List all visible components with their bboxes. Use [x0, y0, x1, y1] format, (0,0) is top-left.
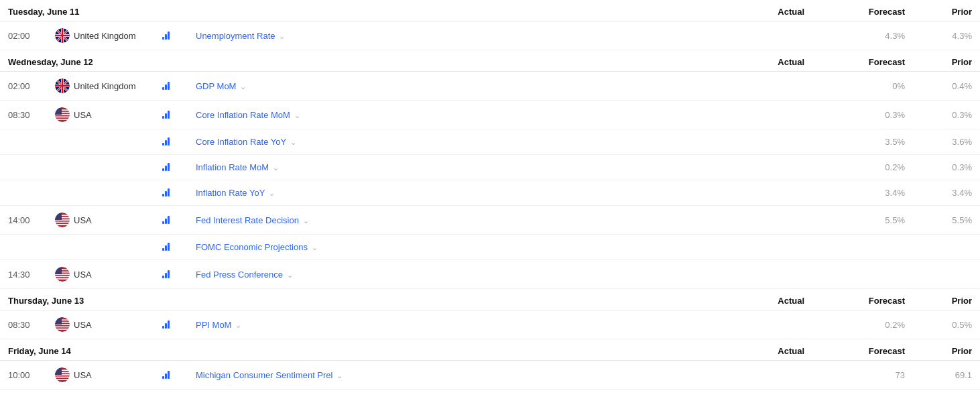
day-header-label: Friday, June 14	[0, 339, 712, 361]
chevron-down-icon: ⌄	[336, 371, 343, 380]
event-name-cell[interactable]: Core Inflation Rate YoY ⌄	[188, 129, 712, 155]
prior-value: 5.5%	[952, 215, 972, 225]
flag-icon	[55, 107, 70, 122]
col-header-prior: Prior	[913, 50, 980, 72]
country-name: USA	[74, 270, 92, 280]
event-actual	[712, 235, 812, 260]
chevron-down-icon: ⌄	[269, 189, 275, 197]
event-actual	[712, 72, 812, 101]
event-prior	[913, 260, 980, 289]
event-name-link[interactable]: Unemployment Rate	[196, 31, 275, 41]
event-time	[0, 180, 47, 206]
flag-container: USA	[55, 267, 146, 282]
flag-icon	[55, 213, 70, 227]
event-name-link[interactable]: FOMC Economic Projections	[196, 242, 308, 252]
col-header-actual: Actual	[712, 289, 812, 310]
event-forecast: 3.4%	[812, 180, 913, 206]
event-name-link[interactable]: Fed Press Conference	[196, 270, 283, 280]
flag-container: USA	[55, 317, 146, 332]
event-name-link[interactable]: Inflation Rate YoY	[196, 188, 265, 198]
chevron-down-icon: ⌄	[290, 138, 296, 146]
forecast-value: 0.2%	[885, 162, 905, 172]
event-name-cell[interactable]: GDP MoM ⌄	[188, 72, 712, 101]
event-row: 14:00 USA Fed Interest Rate Decision ⌄ 5…	[0, 206, 980, 235]
col-header-forecast: Forecast	[812, 0, 913, 21]
svg-rect-30	[55, 222, 70, 223]
country-name: USA	[74, 110, 92, 120]
event-forecast: 0%	[812, 72, 913, 101]
event-name-link[interactable]: Core Inflation Rate MoM	[196, 110, 290, 120]
col-header-forecast: Forecast	[812, 50, 913, 72]
event-country	[47, 235, 154, 260]
event-country	[47, 129, 154, 155]
event-prior: 0.5%	[913, 310, 980, 339]
event-name-cell[interactable]: FOMC Economic Projections ⌄	[188, 235, 712, 260]
importance-icon	[162, 162, 170, 171]
event-name-cell[interactable]: Inflation Rate YoY ⌄	[188, 180, 712, 206]
event-actual	[712, 206, 812, 235]
event-country: United Kingdom	[47, 72, 154, 101]
event-country: United Kingdom	[47, 21, 154, 50]
event-name-cell[interactable]: Michigan Consumer Sentiment Prel ⌄	[188, 361, 712, 390]
flag-icon	[55, 317, 70, 332]
importance-icon	[162, 109, 170, 119]
col-header-prior: Prior	[913, 289, 980, 310]
event-forecast: 0.2%	[812, 155, 913, 180]
event-name-cell[interactable]: Inflation Rate MoM ⌄	[188, 155, 712, 180]
event-row: FOMC Economic Projections ⌄	[0, 235, 980, 260]
event-forecast: 73	[812, 361, 913, 390]
event-country	[47, 180, 154, 206]
event-name-cell[interactable]: Core Inflation Rate MoM ⌄	[188, 101, 712, 129]
economic-calendar-table: Tuesday, June 11 Actual Forecast Prior 0…	[0, 0, 980, 390]
event-time: 14:00	[0, 206, 47, 235]
event-name-link[interactable]: Fed Interest Rate Decision	[196, 215, 299, 225]
importance-icon	[162, 215, 170, 224]
day-header-label: Tuesday, June 11	[0, 0, 712, 21]
prior-value: 0.4%	[952, 81, 972, 91]
event-time	[0, 235, 47, 260]
event-time: 14:30	[0, 260, 47, 289]
event-name-cell[interactable]: Unemployment Rate ⌄	[188, 21, 712, 50]
event-prior	[913, 235, 980, 260]
event-actual	[712, 129, 812, 155]
event-importance	[154, 206, 188, 235]
flag-icon	[55, 78, 70, 93]
event-name-cell[interactable]: Fed Press Conference ⌄	[188, 260, 712, 289]
country-name: United Kingdom	[74, 31, 136, 41]
svg-rect-54	[55, 377, 70, 378]
forecast-value: 0.2%	[885, 320, 905, 330]
col-header-actual: Actual	[712, 50, 812, 72]
event-country: USA	[47, 310, 154, 339]
event-forecast: 5.5%	[812, 206, 913, 235]
event-importance	[154, 310, 188, 339]
event-prior: 3.6%	[913, 129, 980, 155]
event-name-cell[interactable]: Fed Interest Rate Decision ⌄	[188, 206, 712, 235]
flag-container: USA	[55, 367, 146, 382]
country-name: USA	[74, 370, 92, 380]
prior-value: 3.4%	[952, 188, 972, 198]
col-header-prior: Prior	[913, 0, 980, 21]
day-header-row: Friday, June 14 Actual Forecast Prior	[0, 339, 980, 361]
event-actual	[712, 260, 812, 289]
forecast-value: 73	[896, 370, 905, 380]
importance-icon	[162, 369, 170, 379]
event-name-link[interactable]: Core Inflation Rate YoY	[196, 137, 286, 147]
event-name-link[interactable]: GDP MoM	[196, 81, 236, 91]
event-actual	[712, 361, 812, 390]
country-name: USA	[74, 215, 92, 225]
event-actual	[712, 180, 812, 206]
event-country: USA	[47, 361, 154, 390]
event-row: 02:00 United Kingdom GDP MoM ⌄ 0%	[0, 72, 980, 101]
event-importance	[154, 361, 188, 390]
chevron-down-icon: ⌄	[303, 217, 309, 225]
event-country: USA	[47, 260, 154, 289]
event-time: 08:30	[0, 101, 47, 129]
event-prior: 0.4%	[913, 72, 980, 101]
event-importance	[154, 21, 188, 50]
event-name-link[interactable]: PPI MoM	[196, 320, 231, 330]
event-name-link[interactable]: Inflation Rate MoM	[196, 162, 269, 172]
prior-value: 0.5%	[952, 320, 972, 330]
day-header-row: Wednesday, June 12 Actual Forecast Prior	[0, 50, 980, 72]
event-name-cell[interactable]: PPI MoM ⌄	[188, 310, 712, 339]
event-name-link[interactable]: Michigan Consumer Sentiment Prel	[196, 370, 332, 380]
